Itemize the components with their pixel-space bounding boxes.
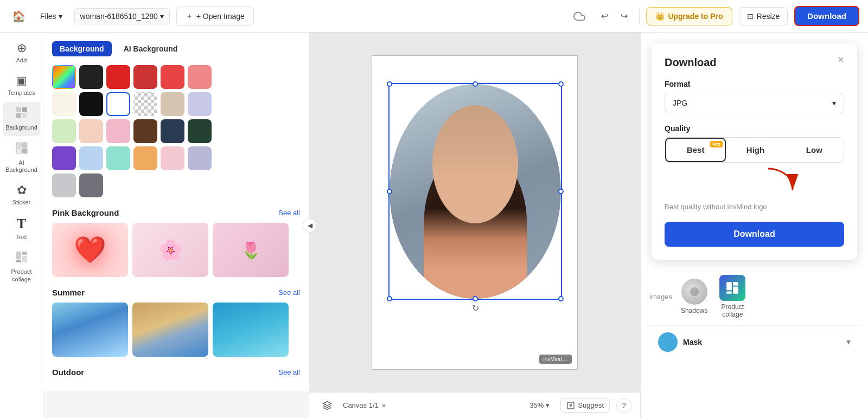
bg-thumb-summer1[interactable] <box>52 303 128 357</box>
color-swatch-black2[interactable] <box>79 92 103 116</box>
handle-top-middle[interactable] <box>473 81 478 87</box>
resize-button[interactable]: ⊡ Resize <box>739 7 788 25</box>
handle-top-right[interactable] <box>558 81 564 87</box>
sidebar-item-sticker[interactable]: ✿ Sticker <box>3 179 41 210</box>
sidebar-item-add[interactable]: ⊕ Add <box>3 37 41 68</box>
color-swatch-lightgray[interactable] <box>52 173 76 197</box>
color-swatch-teal[interactable] <box>106 146 130 170</box>
download-main-button[interactable]: Download <box>665 222 844 247</box>
color-swatch-red3[interactable] <box>161 65 184 89</box>
zoom-chevron-icon: ▾ <box>546 401 550 409</box>
color-swatch-pink2[interactable] <box>106 119 130 143</box>
layers-button[interactable] <box>318 398 336 413</box>
quality-section: Quality Best Pro High Low <box>665 124 844 163</box>
color-swatch-cream[interactable] <box>52 92 76 116</box>
files-chevron-icon: ▾ <box>59 12 62 21</box>
pink-background-see-all[interactable]: See all <box>278 209 300 217</box>
undo-button[interactable]: ↩ <box>596 8 613 25</box>
product-collage-item[interactable]: Product collage <box>716 275 749 319</box>
sidebar-item-ai-background[interactable]: AI Background <box>3 137 41 178</box>
mask-chevron-icon[interactable]: ▾ <box>846 337 851 347</box>
download-modal-close[interactable]: × <box>833 52 848 67</box>
sidebar-item-product-collage[interactable]: Product collage <box>3 246 41 287</box>
bg-thumb-pink-flowers[interactable]: 🌸 <box>132 223 208 277</box>
summer-see-all[interactable]: See all <box>278 288 300 297</box>
shadows-item[interactable]: Shadows <box>681 279 707 314</box>
color-swatch-peach[interactable] <box>79 119 103 143</box>
color-swatch-lavender2[interactable] <box>188 146 212 170</box>
tab-background[interactable]: Background <box>52 41 112 56</box>
color-swatch-gradient[interactable] <box>52 65 76 89</box>
panel-wrapper: Background AI Background <box>43 33 309 418</box>
download-top-button[interactable]: Download <box>794 6 859 26</box>
close-icon: × <box>838 54 844 66</box>
upgrade-button[interactable]: 👑 Upgrade to Pro <box>646 7 732 25</box>
suggest-button[interactable]: Suggest <box>560 398 610 413</box>
outdoor-see-all[interactable]: See all <box>278 368 300 376</box>
color-swatch-darkgreen[interactable] <box>188 119 212 143</box>
bg-thumb-summer3[interactable] <box>213 303 289 357</box>
color-swatch-red2[interactable] <box>133 65 157 89</box>
bg-thumb-summer2[interactable] <box>132 303 208 357</box>
handle-bottom-left[interactable] <box>387 296 392 301</box>
quality-high-label: High <box>746 145 764 155</box>
bg-thumb-pink-window[interactable]: 🌷 <box>213 223 289 277</box>
tab-ai-background[interactable]: AI Background <box>116 41 186 56</box>
mask-left: Mask <box>658 332 702 352</box>
sidebar-item-ai-background-label: AI Background <box>5 159 39 173</box>
color-swatch-blue1[interactable] <box>79 146 103 170</box>
filename-selector[interactable]: woman-6186510_1280 ▾ <box>74 8 170 24</box>
color-swatch-lavender1[interactable] <box>188 92 212 116</box>
sidebar-item-background[interactable]: Background <box>3 102 41 136</box>
shadows-label: Shadows <box>681 307 707 314</box>
zoom-control[interactable]: 35% ▾ <box>525 399 554 411</box>
color-swatch-gray[interactable] <box>79 173 103 197</box>
home-button[interactable]: 🏠 <box>9 7 28 26</box>
format-selector[interactable]: JPG ▾ <box>665 93 844 113</box>
color-swatch-pink1[interactable] <box>188 65 212 89</box>
handle-middle-left[interactable] <box>387 189 392 194</box>
handle-top-left[interactable] <box>387 81 392 87</box>
upgrade-label: Upgrade to Pro <box>668 12 723 21</box>
color-swatch-purple[interactable] <box>52 146 76 170</box>
sidebar-item-add-label: Add <box>16 57 27 64</box>
quality-best-button[interactable]: Best Pro <box>665 138 726 162</box>
redo-button[interactable]: ↪ <box>615 8 633 25</box>
canvas-info-text: Canvas 1/1 <box>343 401 379 409</box>
color-swatch-beige[interactable] <box>161 92 184 116</box>
shadows-icon <box>681 279 707 305</box>
rotate-handle[interactable]: ↻ <box>469 302 482 315</box>
color-swatch-brown[interactable] <box>133 119 157 143</box>
sidebar-item-templates[interactable]: ▣ Templates <box>3 69 41 101</box>
color-swatch-lightgreen[interactable] <box>52 119 76 143</box>
color-swatch-lightpink[interactable] <box>161 146 184 170</box>
quality-high-button[interactable]: High <box>726 138 784 162</box>
color-swatch-orange[interactable] <box>133 146 157 170</box>
color-swatch-black[interactable] <box>79 65 103 89</box>
svg-point-17 <box>690 287 699 296</box>
collapse-panel-button[interactable]: ◀ <box>303 218 317 233</box>
pink-background-header: Pink Background See all <box>52 208 300 217</box>
product-collage-label-rp: Product collage <box>716 303 749 319</box>
color-swatch-white[interactable] <box>106 92 130 116</box>
svg-marker-14 <box>323 401 331 406</box>
help-button[interactable]: ? <box>616 398 631 413</box>
color-swatch-navy[interactable] <box>161 119 184 143</box>
cloud-sync-icon[interactable] <box>570 7 589 26</box>
handle-bottom-middle[interactable] <box>473 296 478 301</box>
handle-bottom-right[interactable] <box>558 296 564 301</box>
product-collage-icon-rp <box>719 275 745 301</box>
bottom-tools-row: images Shadows Product coll <box>649 271 859 326</box>
color-swatch-red1[interactable] <box>106 65 130 89</box>
sidebar-item-text[interactable]: T Text <box>3 211 41 245</box>
bg-thumb-pink-heart[interactable]: ❤️ <box>52 223 128 277</box>
svg-rect-3 <box>22 113 27 118</box>
files-menu[interactable]: Files ▾ <box>35 9 68 24</box>
canvas-element[interactable]: ↻ <box>388 83 562 300</box>
quality-low-button[interactable]: Low <box>785 138 844 162</box>
help-icon: ? <box>622 401 626 409</box>
canvas-info[interactable]: Canvas 1/1 » <box>343 401 386 409</box>
handle-middle-right[interactable] <box>558 189 564 194</box>
color-swatch-transparent[interactable] <box>133 92 157 116</box>
open-image-button[interactable]: ＋ + Open Image <box>176 7 254 26</box>
